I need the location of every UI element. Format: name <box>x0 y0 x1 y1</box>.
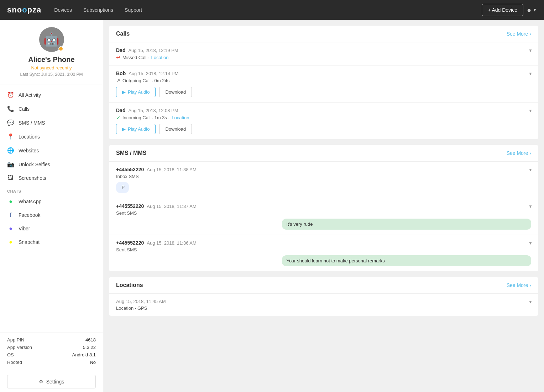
locations-see-more[interactable]: See More › <box>507 282 531 288</box>
table-row: ▼ +445552220 Aug 15, 2018, 11:36 AM Sent… <box>109 235 538 271</box>
audio-controls: ▶ Play Audio Download <box>116 87 531 97</box>
sidebar-item-label: SMS / MMS <box>19 120 45 126</box>
settings-button[interactable]: ⚙ Settings <box>7 375 96 388</box>
sidebar-item-label: Unlock Selfies <box>19 162 50 167</box>
device-status: Not synced recently <box>7 65 96 70</box>
device-info: App PIN 4618 App Version 5.3.22 OS Andro… <box>0 333 103 371</box>
sms-type: Sent SMS <box>116 247 531 252</box>
call-name: Dad <box>116 108 125 113</box>
sidebar-item-sms[interactable]: 💬 SMS / MMS <box>0 116 103 130</box>
location-link[interactable]: Location <box>151 55 168 60</box>
expand-arrow-icon[interactable]: ▼ <box>528 108 533 113</box>
globe-icon: 🌐 <box>7 147 14 154</box>
gear-icon: ⚙ <box>39 379 43 385</box>
logo: snoopza <box>7 5 41 15</box>
play-icon: ▶ <box>122 89 126 95</box>
table-row: ▼ +445552220 Aug 15, 2018, 11:37 AM Sent… <box>109 198 538 235</box>
locations-section-header: Locations See More › <box>109 277 538 294</box>
user-circle-icon: ● <box>527 6 531 14</box>
avatar: 🤖 <box>39 27 64 52</box>
location-link[interactable]: Location <box>172 115 189 120</box>
play-audio-button[interactable]: ▶ Play Audio <box>116 124 156 134</box>
sidebar-item-facebook[interactable]: f Facebook <box>0 208 103 222</box>
play-icon: ▶ <box>122 126 126 132</box>
call-time: Aug 15, 2018, 12:19 PM <box>128 48 178 53</box>
sidebar-item-screenshots[interactable]: 🖼 Screenshots <box>0 171 103 185</box>
sidebar-nav: ⏰ All Activity 📞 Calls 💬 SMS / MMS 📍 Loc… <box>0 84 103 333</box>
sms-bubble: It's very rude <box>282 219 531 230</box>
nav-support[interactable]: Support <box>122 6 144 14</box>
sidebar-item-label: Calls <box>19 106 30 112</box>
user-menu-button[interactable]: ● ▼ <box>527 6 537 14</box>
sidebar-item-websites[interactable]: 🌐 Websites <box>0 143 103 157</box>
sidebar-item-unlock-selfies[interactable]: 📷 Unlock Selfies <box>0 157 103 171</box>
locations-section: Locations See More › ▼ Aug 15, 2018, 11:… <box>109 277 538 316</box>
expand-arrow-icon[interactable]: ▼ <box>528 167 533 172</box>
nav-right: + Add Device ● ▼ <box>482 4 537 16</box>
status-dot <box>58 46 63 51</box>
calls-section-header: Calls See More › <box>109 26 538 42</box>
expand-arrow-icon[interactable]: ▼ <box>528 204 533 209</box>
expand-arrow-icon[interactable]: ▼ <box>528 71 533 76</box>
sms-number: +445552220 <box>116 203 144 209</box>
calls-see-more[interactable]: See More › <box>507 31 531 37</box>
snapchat-icon: ● <box>7 239 14 245</box>
call-detail: Outgoing Call · 0m 24s <box>122 78 169 83</box>
logo-dot: o <box>22 5 27 14</box>
calls-title: Calls <box>116 31 130 37</box>
play-audio-button[interactable]: ▶ Play Audio <box>116 87 156 97</box>
missed-call-icon: ↩ <box>116 54 120 60</box>
device-name: Alice's Phone <box>7 56 96 64</box>
nav-subscriptions[interactable]: Subscriptions <box>81 6 115 14</box>
sidebar-item-snapchat[interactable]: ● Snapchat <box>0 235 103 249</box>
table-row: ▼ Aug 15, 2018, 11:45 AM Location · GPS <box>109 294 538 316</box>
expand-arrow-icon[interactable]: ▼ <box>528 299 533 304</box>
sms-section-header: SMS / MMS See More › <box>109 145 538 162</box>
os-label: OS <box>7 352 14 357</box>
expand-arrow-icon[interactable]: ▼ <box>528 48 533 53</box>
main-content: Calls See More › ▼ Dad Aug 15, 2018, 12:… <box>103 20 544 392</box>
download-button[interactable]: Download <box>159 124 192 134</box>
sidebar-item-whatsapp[interactable]: ● WhatsApp <box>0 195 103 208</box>
sidebar-item-label: Facebook <box>19 212 40 218</box>
sidebar-item-label: Locations <box>19 134 40 140</box>
sms-type: Inbox SMS <box>116 174 531 179</box>
whatsapp-icon: ● <box>7 198 14 205</box>
rooted-label: Rooted <box>7 360 22 365</box>
sms-time: Aug 15, 2018, 11:36 AM <box>147 240 197 246</box>
device-sync: Last Sync: Jul 15, 2021, 3:00 PM <box>7 72 96 77</box>
outgoing-call-icon: ↗ <box>116 78 120 83</box>
sms-bubble: :P <box>116 182 129 193</box>
sidebar-item-all-activity[interactable]: ⏰ All Activity <box>0 88 103 102</box>
download-button[interactable]: Download <box>159 87 192 97</box>
sidebar-item-viber[interactable]: ● Viber <box>0 222 103 235</box>
audio-controls: ▶ Play Audio Download <box>116 124 531 134</box>
os-value: Android 8.1 <box>72 352 96 357</box>
sidebar-item-calls[interactable]: 📞 Calls <box>0 102 103 116</box>
sms-type: Sent SMS <box>116 210 531 216</box>
sms-bubble: Your should learn not to make personal r… <box>282 255 531 266</box>
facebook-icon: f <box>7 212 14 218</box>
call-time: Aug 15, 2018, 12:14 PM <box>129 71 178 76</box>
android-icon: 🤖 <box>43 32 59 47</box>
sidebar-item-locations[interactable]: 📍 Locations <box>0 130 103 143</box>
chevron-right-icon: › <box>529 31 531 37</box>
incoming-call-icon: ↙ <box>116 115 120 120</box>
expand-arrow-icon[interactable]: ▼ <box>528 241 533 246</box>
camera-icon: 📷 <box>7 161 14 168</box>
info-row-rooted: Rooted No <box>7 360 96 365</box>
chats-section-label: CHATS <box>0 185 103 195</box>
app-pin-value: 4618 <box>85 337 96 343</box>
info-row-os: OS Android 8.1 <box>7 352 96 357</box>
app-version-label: App Version <box>7 345 32 350</box>
sms-section: SMS / MMS See More › ▼ +445552220 Aug 15… <box>109 145 538 271</box>
sidebar-item-label: WhatsApp <box>19 199 42 204</box>
table-row: ▼ +445552220 Aug 15, 2018, 11:38 AM Inbo… <box>109 162 538 198</box>
sms-icon: 💬 <box>7 119 14 126</box>
call-detail: Missed Call · <box>122 55 149 60</box>
sidebar-item-label: Websites <box>19 148 39 153</box>
sidebar-item-label: Screenshots <box>19 175 46 181</box>
nav-devices[interactable]: Devices <box>52 6 74 14</box>
sms-see-more[interactable]: See More › <box>507 150 531 156</box>
add-device-button[interactable]: + Add Device <box>482 4 523 16</box>
